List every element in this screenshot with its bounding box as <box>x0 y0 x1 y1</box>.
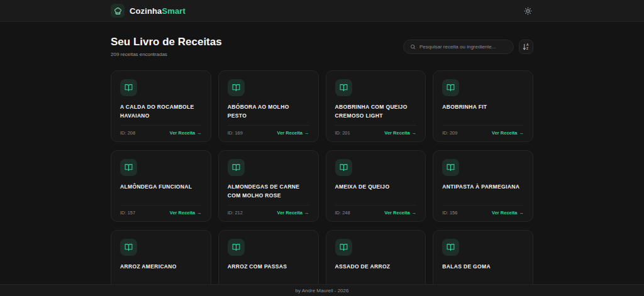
recipe-title: ARROZ COM PASSAS <box>228 263 309 271</box>
recipe-grid: A CALDA DO ROCAMBOLE HAVAIANO ID: 208 Ve… <box>111 70 533 296</box>
book-open-icon <box>335 79 352 96</box>
view-recipe-link[interactable]: Ver Receita→ <box>492 130 524 136</box>
recipe-card-footer: ID: 248 Ver Receita→ <box>335 205 417 216</box>
recipe-card-footer: ID: 157 Ver Receita→ <box>120 205 202 216</box>
view-recipe-label: Ver Receita <box>170 130 195 136</box>
recipe-card[interactable]: A CALDA DO ROCAMBOLE HAVAIANO ID: 208 Ve… <box>111 70 211 142</box>
svg-text:Z: Z <box>526 47 528 50</box>
recipe-card[interactable]: ANTIPASTA À PARMEGIANA ID: 156 Ver Recei… <box>433 150 533 222</box>
recipe-card-footer: ID: 169 Ver Receita→ <box>228 125 309 136</box>
arrow-right-icon: → <box>519 210 525 216</box>
recipe-title: AMEIXA DE QUEIJO <box>335 183 417 192</box>
recipe-title: ALMÔNDEGA FUNCIONAL <box>120 183 202 192</box>
arrow-right-icon: → <box>412 130 417 136</box>
view-recipe-link[interactable]: Ver Receita→ <box>277 130 309 136</box>
view-recipe-link[interactable]: Ver Receita→ <box>384 210 416 216</box>
search-icon <box>410 44 416 50</box>
view-recipe-label: Ver Receita <box>170 210 195 216</box>
recipe-card-footer: ID: 208 Ver Receita→ <box>120 125 202 136</box>
recipe-title: ABÓBORA AO MOLHO PESTO <box>228 103 309 120</box>
page-head-left: Seu Livro de Receitas 209 receitas encon… <box>111 36 222 57</box>
view-recipe-label: Ver Receita <box>384 210 409 216</box>
book-open-icon <box>228 239 245 256</box>
recipe-card-footer: ID: 156 Ver Receita→ <box>442 205 524 216</box>
book-open-icon <box>120 239 137 256</box>
arrow-right-icon: → <box>519 130 525 136</box>
view-recipe-label: Ver Receita <box>492 130 517 136</box>
theme-toggle-button[interactable] <box>522 5 533 16</box>
recipe-card-footer: ID: 201 Ver Receita→ <box>335 125 417 136</box>
book-open-icon <box>442 79 459 96</box>
view-recipe-link[interactable]: Ver Receita→ <box>492 210 524 216</box>
recipe-card[interactable]: ABÓBORA AO MOLHO PESTO ID: 169 Ver Recei… <box>218 70 319 142</box>
view-recipe-link[interactable]: Ver Receita→ <box>170 130 202 136</box>
app-header: CozinhaSmart <box>0 0 644 22</box>
view-recipe-link[interactable]: Ver Receita→ <box>277 210 309 216</box>
book-open-icon <box>120 79 137 96</box>
recipe-card[interactable]: ALMÔNDEGA FUNCIONAL ID: 157 Ver Receita→ <box>111 150 211 222</box>
search-input[interactable] <box>419 44 507 50</box>
view-recipe-link[interactable]: Ver Receita→ <box>384 130 416 136</box>
view-recipe-label: Ver Receita <box>384 130 409 136</box>
sun-icon <box>524 7 532 15</box>
recipe-title: BALAS DE GOMA <box>442 263 524 271</box>
footer-credit: by Andre Maurell - 2026 <box>296 288 349 293</box>
recipe-title: ALMONDEGAS DE CARNE COM MOLHO ROSE <box>228 183 309 200</box>
recipe-id: ID: 169 <box>228 130 243 136</box>
recipe-id: ID: 212 <box>228 210 243 216</box>
search-box[interactable] <box>403 40 514 54</box>
brand-prefix: Cozinha <box>130 6 162 16</box>
book-open-icon <box>442 159 459 176</box>
sort-button[interactable]: A Z <box>519 40 533 54</box>
recipe-card[interactable]: ABOBRINHA FIT ID: 209 Ver Receita→ <box>433 70 533 142</box>
recipe-id: ID: 248 <box>335 210 350 216</box>
book-open-icon <box>335 159 352 176</box>
view-recipe-label: Ver Receita <box>277 130 303 136</box>
arrow-right-icon: → <box>197 130 202 136</box>
view-recipe-label: Ver Receita <box>492 210 517 216</box>
app-footer: by Andre Maurell - 2026 <box>0 284 644 296</box>
recipe-id: ID: 157 <box>120 210 135 216</box>
recipe-title: A CALDA DO ROCAMBOLE HAVAIANO <box>120 103 202 120</box>
brand-title: CozinhaSmart <box>130 6 186 16</box>
recipe-id: ID: 156 <box>442 210 457 216</box>
recipe-title: ASSADO DE ARROZ <box>335 263 417 271</box>
brand[interactable]: CozinhaSmart <box>111 4 186 18</box>
recipe-card-footer: ID: 212 Ver Receita→ <box>228 205 309 216</box>
chef-hat-icon <box>111 4 125 18</box>
recipe-card[interactable]: ABOBRINHA COM QUEIJO CREMOSO LIGHT ID: 2… <box>326 70 426 142</box>
arrow-right-icon: → <box>412 210 417 216</box>
arrow-right-icon: → <box>304 210 309 216</box>
page-title: Seu Livro de Receitas <box>111 36 222 48</box>
recipe-id: ID: 208 <box>120 130 135 136</box>
recipe-card[interactable]: ALMONDEGAS DE CARNE COM MOLHO ROSE ID: 2… <box>218 150 319 222</box>
book-open-icon <box>335 239 352 256</box>
book-open-icon <box>228 159 245 176</box>
recipe-card[interactable]: AMEIXA DE QUEIJO ID: 248 Ver Receita→ <box>326 150 426 222</box>
arrow-right-icon: → <box>304 130 309 136</box>
book-open-icon <box>442 239 459 256</box>
arrow-right-icon: → <box>197 210 202 216</box>
view-recipe-label: Ver Receita <box>277 210 303 216</box>
arrow-down-a-z-icon: A Z <box>522 43 530 51</box>
brand-suffix: Smart <box>162 6 186 16</box>
book-open-icon <box>120 159 137 176</box>
search-controls: A Z <box>403 40 533 54</box>
main-content: Seu Livro de Receitas 209 receitas encon… <box>111 22 533 296</box>
results-count: 209 receitas encontradas <box>111 52 222 57</box>
book-open-icon <box>228 79 245 96</box>
recipe-id: ID: 209 <box>442 130 457 136</box>
recipe-title: ARROZ AMERICANO <box>120 263 202 271</box>
recipe-id: ID: 201 <box>335 130 350 136</box>
recipe-title: ABOBRINHA FIT <box>442 103 524 112</box>
recipe-card-footer: ID: 209 Ver Receita→ <box>442 125 524 136</box>
svg-text:A: A <box>526 43 529 47</box>
view-recipe-link[interactable]: Ver Receita→ <box>170 210 202 216</box>
recipe-title: ANTIPASTA À PARMEGIANA <box>442 183 524 192</box>
recipe-title: ABOBRINHA COM QUEIJO CREMOSO LIGHT <box>335 103 417 120</box>
